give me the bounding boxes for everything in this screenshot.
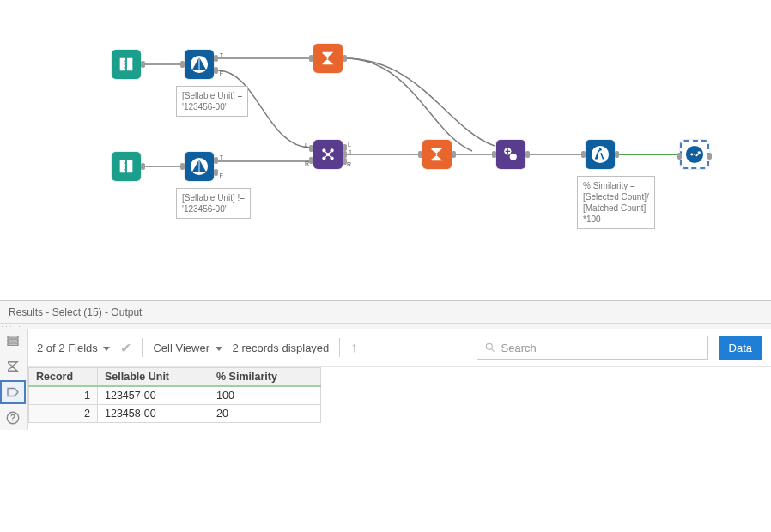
table-row[interactable]: 1 123457-00 100 — [29, 386, 321, 405]
filter-node-2[interactable]: T F — [185, 152, 214, 181]
svg-point-2 — [124, 67, 126, 69]
filter-port-false: F — [220, 172, 223, 178]
sidebar-btn-tag[interactable] — [0, 380, 26, 404]
table-row[interactable]: 2 123458-00 20 — [29, 405, 321, 423]
sidebar-btn-sigma[interactable] — [0, 354, 26, 378]
col-sellable-unit[interactable]: Sellable Unit — [98, 368, 209, 387]
chevron-down-icon — [216, 347, 222, 351]
col-similarity[interactable]: % Similarity — [209, 368, 321, 387]
sidebar-btn-rows[interactable] — [0, 329, 26, 353]
sidebar-btn-help[interactable] — [0, 406, 26, 430]
svg-point-14 — [510, 154, 517, 160]
svg-rect-23 — [8, 343, 18, 345]
results-pane: Results - Select (15) - Output 2 of 2 Fi… — [0, 300, 771, 430]
cellviewer-dropdown[interactable]: Cell Viewer — [153, 342, 222, 354]
svg-rect-22 — [8, 340, 18, 342]
input-data-node-1[interactable] — [112, 50, 141, 79]
filter-port-false: F — [220, 70, 223, 76]
up-arrow-icon[interactable]: ↑ — [350, 340, 357, 355]
results-header: Results - Select (15) - Output — [0, 301, 771, 324]
results-sidebar — [0, 329, 27, 430]
formula-annotation: % Similarity = [Selected Count]/ [Matche… — [577, 176, 655, 229]
fields-dropdown[interactable]: 2 of 2 Fields — [37, 342, 110, 354]
svg-point-20 — [690, 154, 693, 156]
cell-record: 1 — [29, 386, 98, 405]
svg-point-25 — [12, 420, 13, 421]
svg-point-0 — [124, 61, 126, 63]
data-button[interactable]: Data — [719, 336, 762, 360]
results-toolbar: 2 of 2 Fields ✔ Cell Viewer 2 records di… — [28, 329, 771, 367]
cell-similarity: 20 — [209, 405, 321, 423]
formula-node[interactable] — [586, 140, 615, 169]
join-node[interactable]: L R L J R — [313, 140, 343, 169]
results-grid[interactable]: Record Sellable Unit % Similarity 1 1234… — [28, 367, 321, 423]
table-header-row: Record Sellable Unit % Similarity — [29, 368, 321, 387]
connection-lines — [0, 0, 771, 300]
svg-rect-21 — [8, 336, 18, 338]
cellviewer-label: Cell Viewer — [153, 342, 209, 354]
cell-sellable-unit: 123457-00 — [98, 386, 209, 405]
svg-point-5 — [124, 166, 126, 167]
input-data-node-2[interactable] — [112, 152, 141, 181]
filter-port-true: T — [220, 52, 223, 58]
svg-point-4 — [124, 163, 126, 165]
filter-2-annotation: [Sellable Unit] != '123456-00' — [176, 188, 251, 219]
filter-1-annotation: [Sellable Unit] = '123456-00' — [176, 86, 248, 117]
svg-point-6 — [124, 169, 126, 171]
select-node[interactable] — [496, 140, 525, 169]
browse-node[interactable] — [680, 140, 709, 169]
search-icon — [484, 342, 496, 354]
filter-port-true: T — [220, 154, 223, 160]
records-displayed: 2 records displayed — [233, 342, 330, 354]
svg-point-1 — [124, 63, 126, 65]
fields-label: 2 of 2 Fields — [37, 342, 98, 354]
search-input[interactable]: Search — [477, 336, 708, 360]
svg-point-26 — [486, 343, 492, 349]
check-icon[interactable]: ✔ — [120, 340, 131, 356]
col-record[interactable]: Record — [29, 368, 98, 387]
svg-point-16 — [599, 148, 601, 149]
search-placeholder: Search — [501, 342, 537, 354]
toolbar-separator — [142, 338, 143, 357]
cell-record: 2 — [29, 405, 98, 423]
summarize-node-1[interactable] — [313, 44, 343, 73]
workflow-canvas[interactable]: T F [Sellable Unit] = '123456-00' T F [S… — [0, 0, 771, 300]
chevron-down-icon — [103, 347, 110, 351]
filter-node-1[interactable]: T F — [185, 50, 214, 79]
cell-sellable-unit: 123458-00 — [98, 405, 209, 423]
cell-similarity: 100 — [209, 386, 321, 405]
summarize-node-2[interactable] — [422, 140, 452, 169]
toolbar-separator — [339, 338, 340, 357]
